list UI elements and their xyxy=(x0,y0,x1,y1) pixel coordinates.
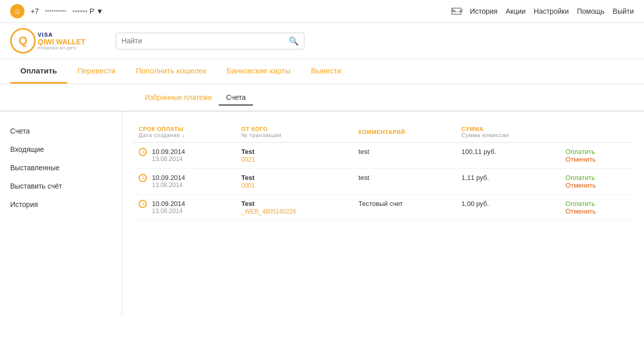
from-name-1: Test xyxy=(241,174,254,181)
transaction-2: _WEB_4805140228 xyxy=(241,208,296,215)
clock-icon-2 xyxy=(139,200,147,208)
cancel-button-2[interactable]: Отменить xyxy=(565,207,628,215)
sub-tabs: Избранные платежи Счета xyxy=(0,84,644,112)
header-left: ☺ +7 •••••••••• •••••• Р ▼ xyxy=(10,4,104,18)
cell-comment-2: Тестовый счет xyxy=(352,195,455,221)
cell-amount-2: 1,00 руб. xyxy=(455,195,559,221)
col-from: ОТ КОГО № транзакции xyxy=(235,122,352,143)
nav-settings[interactable]: Настройки xyxy=(534,7,569,15)
search-input[interactable] xyxy=(121,37,289,45)
cell-comment-1: test xyxy=(352,169,455,195)
subtab-favorites[interactable]: Избранные платежи xyxy=(138,90,219,106)
cancel-button-0[interactable]: Отменить xyxy=(565,155,628,163)
nav-promotions[interactable]: Акции xyxy=(506,7,526,15)
header-right: История Акции Настройки Помощь Выйти xyxy=(451,7,634,15)
tab-transfer[interactable]: Перевести xyxy=(67,59,126,84)
search-bar: 🔍 xyxy=(116,33,304,49)
logo-text: VISA QIWI WALLET POWERED BY QIPS xyxy=(38,32,85,50)
due-date-0: 10.09.2014 xyxy=(152,148,185,155)
logo-visa: VISA xyxy=(38,32,85,38)
subtab-bills[interactable]: Счета xyxy=(219,90,253,106)
amount-2: 1,00 руб. xyxy=(461,200,489,207)
tab-pay[interactable]: Оплатить xyxy=(10,59,67,84)
currency-dropdown-icon[interactable]: ▼ xyxy=(96,7,104,15)
table-row: 10.09.2014 13.08.2014 Test _WEB_48051402… xyxy=(133,195,634,221)
cell-from-2: Test _WEB_4805140228 xyxy=(235,195,352,221)
top-header: ☺ +7 •••••••••• •••••• Р ▼ История Акции… xyxy=(0,0,644,23)
sidebar-item-outgoing[interactable]: Выставленные xyxy=(10,159,112,177)
cell-actions-2: Оплатить Отменить xyxy=(559,195,634,221)
logo-q-letter: Q xyxy=(18,34,27,47)
logo-qiwi: QIWI WALLET xyxy=(38,38,85,46)
transaction-1: 0001 xyxy=(241,182,255,189)
tab-withdraw[interactable]: Вывести xyxy=(301,59,352,84)
sidebar-item-invoices[interactable]: Счета xyxy=(10,122,112,140)
clock-icon-1 xyxy=(139,174,147,182)
due-date-2: 10.09.2014 xyxy=(152,200,185,207)
phone-number: +7 xyxy=(31,7,39,15)
cell-date-0: 10.09.2014 13.08.2014 xyxy=(133,143,235,169)
created-date-2: 13.08.2014 xyxy=(152,207,185,215)
balance-amount: •••••• xyxy=(72,7,87,15)
pay-button-0[interactable]: Оплатить xyxy=(565,148,628,155)
col-actions xyxy=(559,122,634,143)
logo-circle: Q xyxy=(10,28,36,54)
tab-bank-cards[interactable]: Банковские карты xyxy=(217,59,301,84)
content-area: СРОК ОПЛАТЫ Дата создания ↓ ОТ КОГО № тр… xyxy=(122,112,644,316)
sidebar: Счета Входящие Выставленные Выставить сч… xyxy=(0,112,122,316)
pay-button-1[interactable]: Оплатить xyxy=(565,174,628,181)
created-date-0: 13.08.2014 xyxy=(152,155,185,163)
cell-amount-0: 100,11 руб. xyxy=(455,143,559,169)
sidebar-item-create[interactable]: Выставить счёт xyxy=(10,177,112,195)
phone-hidden: •••••••••• xyxy=(45,8,66,15)
transaction-0: 0021 xyxy=(241,156,255,163)
clock-icon-0 xyxy=(139,148,147,156)
nav-help[interactable]: Помощь xyxy=(577,7,604,15)
user-avatar[interactable]: ☺ xyxy=(10,4,24,18)
due-date-1: 10.09.2014 xyxy=(152,174,185,181)
comment-2: Тестовый счет xyxy=(358,200,403,207)
main-layout: Счета Входящие Выставленные Выставить сч… xyxy=(0,112,644,316)
col-comment: КОММЕНТАРИЙ xyxy=(352,122,455,143)
comment-0: test xyxy=(358,148,369,155)
cell-amount-1: 1,11 руб. xyxy=(455,169,559,195)
cell-from-0: Test 0021 xyxy=(235,143,352,169)
col-amount: СУММА Сумма комиссии xyxy=(455,122,559,143)
logo: Q VISA QIWI WALLET POWERED BY QIPS xyxy=(10,28,85,54)
topbar: Q VISA QIWI WALLET POWERED BY QIPS 🔍 xyxy=(0,23,644,59)
amount-0: 100,11 руб. xyxy=(461,148,496,155)
table-row: 10.09.2014 13.08.2014 Test 0021 test 100… xyxy=(133,143,634,169)
main-nav-tabs: Оплатить Перевести Пополнить кошелек Бан… xyxy=(0,59,644,84)
from-name-2: Test xyxy=(241,200,254,207)
sidebar-item-history[interactable]: История xyxy=(10,195,112,214)
pay-button-2[interactable]: Оплатить xyxy=(565,200,628,207)
comment-1: test xyxy=(358,174,369,181)
sidebar-item-incoming[interactable]: Входящие xyxy=(10,140,112,159)
cell-date-2: 10.09.2014 13.08.2014 xyxy=(133,195,235,221)
nav-history[interactable]: История xyxy=(470,7,497,15)
cancel-button-1[interactable]: Отменить xyxy=(565,181,628,189)
cell-actions-1: Оплатить Отменить xyxy=(559,169,634,195)
col-due-date: СРОК ОПЛАТЫ Дата создания ↓ xyxy=(133,122,235,143)
search-button[interactable]: 🔍 xyxy=(289,36,299,46)
cell-date-1: 10.09.2014 13.08.2014 xyxy=(133,169,235,195)
cell-from-1: Test 0001 xyxy=(235,169,352,195)
created-date-1: 13.08.2014 xyxy=(152,181,185,189)
bills-table: СРОК ОПЛАТЫ Дата создания ↓ ОТ КОГО № тр… xyxy=(133,122,634,221)
logo-powered: POWERED BY QIPS xyxy=(38,46,85,50)
balance-display[interactable]: •••••• Р ▼ xyxy=(72,7,104,15)
currency-label: Р xyxy=(89,7,94,15)
table-row: 10.09.2014 13.08.2014 Test 0001 test 1,1… xyxy=(133,169,634,195)
cell-comment-0: test xyxy=(352,143,455,169)
tab-topup[interactable]: Пополнить кошелек xyxy=(125,59,216,84)
search-container: 🔍 xyxy=(116,33,304,49)
mail-icon[interactable] xyxy=(451,8,461,15)
cell-actions-0: Оплатить Отменить xyxy=(559,143,634,169)
amount-1: 1,11 руб. xyxy=(461,174,489,181)
from-name-0: Test xyxy=(241,148,254,155)
nav-logout[interactable]: Выйти xyxy=(613,7,634,15)
